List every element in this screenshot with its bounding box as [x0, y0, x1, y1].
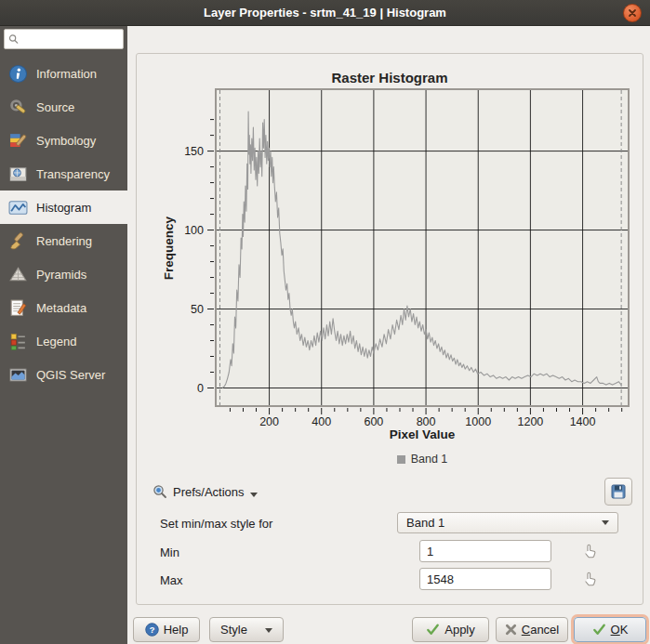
save-histogram-button[interactable]: [604, 478, 632, 506]
brush-icon: [7, 230, 28, 251]
help-button[interactable]: ? Help: [133, 617, 200, 642]
histogram-icon: [7, 197, 28, 217]
cancel-button[interactable]: Cancel: [496, 617, 568, 642]
chevron-down-icon: [602, 520, 609, 525]
sidebar: Information Source Symbol: [0, 26, 127, 644]
server-icon: [7, 364, 28, 385]
svg-text:0: 0: [197, 382, 204, 395]
close-button[interactable]: [623, 4, 642, 22]
legend-label-band1: Band 1: [411, 453, 448, 466]
sidebar-search[interactable]: [4, 29, 124, 49]
cancel-label: Cancel: [522, 623, 559, 637]
sidebar-item-information[interactable]: Information: [0, 57, 127, 90]
style-label: Style: [220, 623, 247, 637]
svg-text:1000: 1000: [465, 415, 491, 428]
sidebar-item-pyramids[interactable]: Pyramids: [0, 257, 127, 291]
svg-text:50: 50: [191, 303, 204, 316]
band-select-value: Band 1: [406, 516, 444, 530]
symbology-icon: [7, 130, 28, 151]
metadata-icon: [7, 297, 28, 318]
svg-text:200: 200: [259, 415, 279, 428]
window-title: Layer Properties - srtm_41_19 | Histogra…: [204, 6, 446, 20]
wrench-icon: [7, 97, 28, 117]
sidebar-item-label: Source: [36, 100, 74, 114]
save-icon: [610, 483, 627, 500]
prefs-actions-button[interactable]: Prefs/Actions: [147, 480, 263, 503]
svg-text:600: 600: [364, 415, 383, 428]
ok-label: OK: [611, 623, 629, 637]
sidebar-item-symbology[interactable]: Symbology: [0, 124, 127, 157]
sidebar-item-label: Pyramids: [36, 268, 86, 282]
raster-histogram-chart[interactable]: 200400600800100012001400050100150Frequen…: [148, 85, 645, 431]
sidebar-item-metadata[interactable]: Metadata: [0, 291, 127, 324]
search-input[interactable]: [22, 32, 119, 46]
close-icon: [628, 8, 637, 18]
x-axis-label: Pixel Value: [216, 427, 629, 441]
min-input[interactable]: [419, 540, 551, 562]
prefs-magnifier-icon: [153, 484, 167, 499]
max-input[interactable]: [419, 568, 551, 590]
prefs-actions-label: Prefs/Actions: [173, 485, 245, 499]
x-icon: [505, 624, 517, 636]
chevron-down-icon: [250, 493, 258, 497]
style-button[interactable]: Style: [209, 617, 284, 642]
max-pick-hand-icon[interactable]: [582, 571, 599, 587]
sidebar-item-label: Rendering: [36, 234, 92, 248]
legend-icon: [7, 331, 28, 351]
sidebar-item-label: Metadata: [36, 301, 86, 315]
transparency-icon: [7, 164, 28, 184]
apply-label: Apply: [444, 623, 475, 637]
sidebar-list: Information Source Symbol: [0, 57, 127, 391]
svg-text:800: 800: [417, 415, 436, 428]
svg-text:?: ?: [149, 625, 154, 635]
svg-text:1200: 1200: [517, 415, 543, 428]
chevron-down-icon: [265, 628, 272, 633]
sidebar-item-label: Transparency: [36, 167, 110, 181]
search-icon: [8, 33, 19, 45]
legend-swatch-band1: [397, 455, 405, 464]
sidebar-item-rendering[interactable]: Rendering: [0, 224, 127, 257]
help-label: Help: [164, 623, 189, 637]
min-label: Min: [160, 545, 179, 559]
sidebar-item-label: QGIS Server: [36, 368, 105, 382]
sidebar-item-histogram[interactable]: Histogram: [0, 191, 127, 224]
chart-legend: Band 1: [216, 453, 629, 466]
svg-text:150: 150: [184, 145, 204, 158]
help-icon: ?: [145, 623, 159, 637]
ok-button[interactable]: OK: [574, 617, 646, 642]
sidebar-item-legend[interactable]: Legend: [0, 324, 127, 358]
max-label: Max: [160, 573, 183, 587]
sidebar-item-label: Legend: [36, 335, 76, 348]
info-icon: [7, 63, 28, 84]
titlebar: Layer Properties - srtm_41_19 | Histogra…: [0, 0, 650, 26]
pyramids-icon: [7, 264, 28, 284]
svg-text:Frequency: Frequency: [162, 216, 176, 280]
apply-button[interactable]: Apply: [412, 617, 489, 642]
set-minmax-label: Set min/max style for: [160, 517, 272, 531]
min-pick-hand-icon[interactable]: [582, 543, 599, 559]
sidebar-item-label: Histogram: [36, 201, 91, 215]
svg-text:1400: 1400: [570, 415, 596, 428]
check-icon: [592, 623, 606, 637]
sidebar-item-transparency[interactable]: Transparency: [0, 157, 127, 191]
chart-title: Raster Histogram: [136, 70, 643, 85]
svg-text:100: 100: [184, 224, 204, 237]
check-icon: [426, 623, 440, 637]
sidebar-item-label: Information: [36, 67, 97, 81]
svg-text:400: 400: [312, 415, 331, 428]
sidebar-item-label: Symbology: [36, 134, 96, 148]
sidebar-item-source[interactable]: Source: [0, 90, 127, 124]
sidebar-item-qgis-server[interactable]: QGIS Server: [0, 358, 127, 391]
band-select[interactable]: Band 1: [397, 512, 618, 533]
